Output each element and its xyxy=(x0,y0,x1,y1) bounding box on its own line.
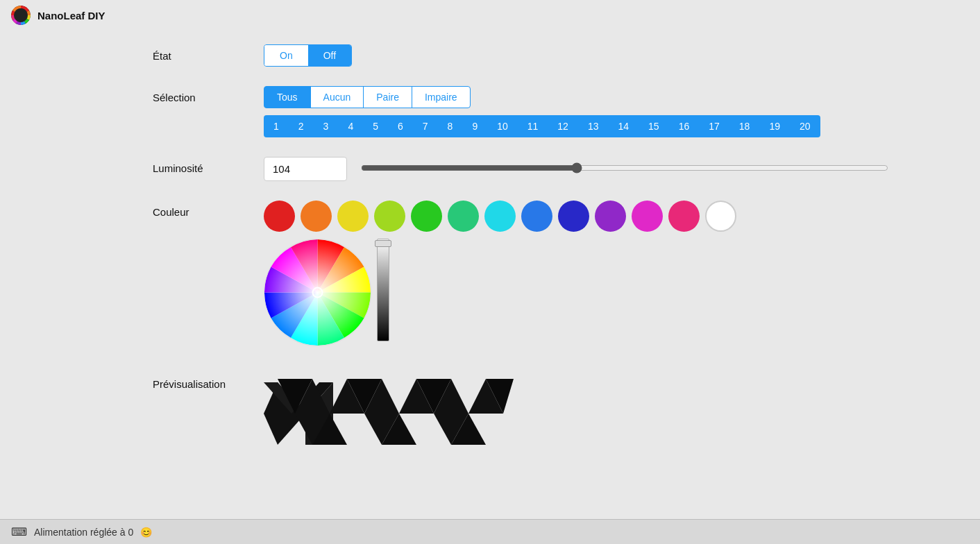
on-button[interactable]: On xyxy=(264,45,308,66)
luminosite-controls: 104 xyxy=(264,157,938,181)
etat-toggle-group: On Off xyxy=(264,44,352,67)
num-11[interactable]: 11 xyxy=(518,115,548,137)
color-red[interactable] xyxy=(264,201,295,232)
sel-tous[interactable]: Tous xyxy=(264,86,311,108)
color-green[interactable] xyxy=(411,201,442,232)
sel-impaire[interactable]: Impaire xyxy=(412,86,471,108)
status-emoji: 😊 xyxy=(140,527,152,538)
etat-row: État On Off xyxy=(153,44,938,67)
num-20[interactable]: 20 xyxy=(790,115,820,137)
color-circles xyxy=(264,201,938,232)
selection-group: Tous Aucun Paire Impaire xyxy=(264,86,471,108)
num-12[interactable]: 12 xyxy=(548,115,578,137)
couleur-label: Couleur xyxy=(153,201,264,218)
num-3[interactable]: 3 xyxy=(314,115,339,137)
preview-controls xyxy=(264,375,938,454)
app-logo xyxy=(11,6,31,25)
preview-row: Prévisualisation xyxy=(153,373,938,454)
svg-point-2 xyxy=(264,239,371,346)
num-18[interactable]: 18 xyxy=(729,115,760,137)
brightness-handle[interactable] xyxy=(375,240,391,247)
color-blue[interactable] xyxy=(521,201,552,232)
color-hotpink[interactable] xyxy=(668,201,700,232)
etat-label: État xyxy=(153,44,264,62)
color-purple[interactable] xyxy=(595,201,626,232)
color-orange[interactable] xyxy=(301,201,332,232)
num-17[interactable]: 17 xyxy=(699,115,729,137)
off-button[interactable]: Off xyxy=(308,45,351,66)
status-bar: ⌨ Alimentation réglée à 0 😊 xyxy=(0,519,980,544)
color-dark-blue[interactable] xyxy=(558,201,589,232)
title-bar: NanoLeaf DIY xyxy=(0,0,980,31)
luminosite-slider[interactable] xyxy=(361,162,888,173)
preview-label: Prévisualisation xyxy=(153,373,264,390)
brightness-bar-container xyxy=(377,239,389,346)
color-picker-wrapper xyxy=(264,239,396,353)
selection-label: Sélection xyxy=(153,86,264,103)
color-magenta[interactable] xyxy=(632,201,663,232)
couleur-controls xyxy=(264,201,938,353)
sel-paire[interactable]: Paire xyxy=(363,86,412,108)
num-8[interactable]: 8 xyxy=(438,115,463,137)
luminosite-input[interactable]: 104 xyxy=(264,157,347,181)
etat-controls: On Off xyxy=(264,44,938,67)
brightness-bar xyxy=(377,239,389,341)
num-13[interactable]: 13 xyxy=(578,115,609,137)
couleur-row: Couleur xyxy=(153,201,938,353)
color-yellow[interactable] xyxy=(337,201,369,232)
brightness-slider-vert xyxy=(377,239,389,346)
svg-point-1 xyxy=(16,10,26,20)
num-2[interactable]: 2 xyxy=(289,115,314,137)
luminosite-slider-container xyxy=(361,162,888,176)
num-15[interactable]: 15 xyxy=(639,115,669,137)
color-cyan[interactable] xyxy=(484,201,516,232)
preview-svg xyxy=(264,375,514,452)
color-yellow-green[interactable] xyxy=(374,201,405,232)
num-9[interactable]: 9 xyxy=(462,115,487,137)
status-text: Alimentation réglée à 0 xyxy=(34,527,133,538)
num-16[interactable]: 16 xyxy=(669,115,700,137)
luminosite-row: Luminosité 104 xyxy=(153,157,938,181)
num-6[interactable]: 6 xyxy=(388,115,413,137)
selection-row: Sélection Tous Aucun Paire Impaire 1 2 3… xyxy=(153,86,938,137)
num-5[interactable]: 5 xyxy=(363,115,388,137)
luminosite-label: Luminosité xyxy=(153,157,264,174)
num-19[interactable]: 19 xyxy=(759,115,790,137)
num-4[interactable]: 4 xyxy=(338,115,363,137)
num-1[interactable]: 1 xyxy=(264,115,289,137)
color-wheel-svg xyxy=(264,239,371,346)
color-teal[interactable] xyxy=(448,201,479,232)
sel-aucun[interactable]: Aucun xyxy=(310,86,364,108)
selection-controls: Tous Aucun Paire Impaire 1 2 3 4 5 6 7 8… xyxy=(264,86,938,137)
num-10[interactable]: 10 xyxy=(487,115,518,137)
num-7[interactable]: 7 xyxy=(413,115,438,137)
color-white[interactable] xyxy=(705,201,736,232)
terminal-icon: ⌨ xyxy=(11,525,27,538)
app-title: NanoLeaf DIY xyxy=(37,10,105,22)
number-strip: 1 2 3 4 5 6 7 8 9 10 11 12 13 14 15 16 1… xyxy=(264,115,820,137)
num-14[interactable]: 14 xyxy=(608,115,639,137)
color-wheel[interactable] xyxy=(264,239,371,346)
